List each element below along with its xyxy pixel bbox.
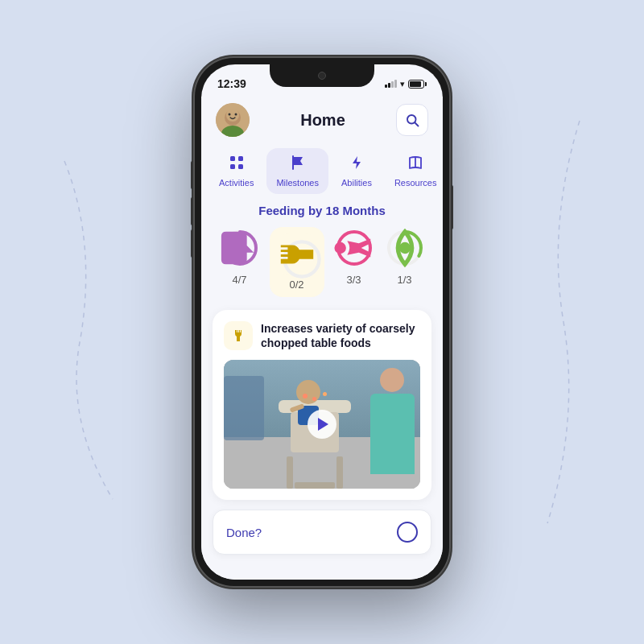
camera (318, 72, 326, 80)
nav-tabs: Activities Milestones (201, 145, 443, 200)
tab-resources-label: Resources (394, 178, 437, 188)
svg-rect-8 (230, 156, 235, 161)
progress-food[interactable]: 0/2 (270, 227, 324, 297)
svg-rect-9 (238, 156, 243, 161)
search-button[interactable] (396, 104, 428, 136)
section-title: Feeding by 18 Months (201, 204, 443, 217)
progress-chat[interactable]: 4/7 (219, 227, 261, 297)
phone-screen: 12:39 ▾ (201, 64, 443, 580)
done-label: Done? (226, 526, 262, 539)
done-field[interactable]: Done? (213, 510, 431, 555)
wifi-icon: ▾ (400, 79, 405, 89)
resources-icon (407, 155, 423, 175)
progress-walk-label: 3/3 (346, 274, 361, 286)
notch (270, 64, 374, 87)
progress-row: 4/7 (201, 227, 443, 297)
app-header: Home (201, 97, 443, 145)
milestones-icon (290, 155, 306, 175)
activities-icon (229, 155, 245, 175)
tab-milestones-label: Milestones (276, 178, 319, 188)
progress-walk[interactable]: 3/3 (333, 227, 375, 297)
signal-icon (385, 80, 397, 88)
tab-milestones[interactable]: Milestones (266, 148, 328, 194)
tab-activities[interactable]: Activities (209, 148, 263, 194)
card-title: Increases variety of coarsely chopped ta… (261, 321, 420, 350)
done-checkbox[interactable] (397, 522, 418, 543)
card-icon (224, 321, 253, 350)
svg-point-5 (235, 114, 237, 116)
battery-icon (408, 80, 427, 89)
svg-point-19 (334, 242, 345, 254)
status-time: 12:39 (217, 74, 246, 90)
progress-eye-label: 1/3 (397, 274, 411, 286)
svg-point-2 (226, 109, 239, 122)
app-content: Home (201, 97, 443, 580)
tab-abilities[interactable]: Abilities (332, 148, 382, 194)
activity-card[interactable]: Increases variety of coarsely chopped ta… (213, 310, 431, 500)
svg-rect-11 (238, 164, 243, 169)
phone-frame: 12:39 ▾ (193, 56, 451, 588)
abilities-icon (349, 155, 365, 175)
tab-activities-label: Activities (219, 178, 254, 188)
page-title: Home (300, 111, 345, 130)
tab-abilities-label: Abilities (341, 178, 372, 188)
svg-rect-10 (230, 164, 235, 169)
card-header: Increases variety of coarsely chopped ta… (224, 321, 420, 350)
avatar[interactable] (216, 103, 250, 137)
video-thumbnail[interactable] (224, 360, 420, 489)
progress-eye[interactable]: 1/3 (384, 227, 426, 297)
svg-line-7 (415, 123, 419, 126)
tab-resources[interactable]: Resources (385, 148, 443, 194)
progress-chat-label: 4/7 (232, 274, 246, 286)
svg-point-6 (407, 115, 416, 124)
status-icons: ▾ (385, 76, 427, 89)
svg-point-4 (229, 114, 231, 116)
